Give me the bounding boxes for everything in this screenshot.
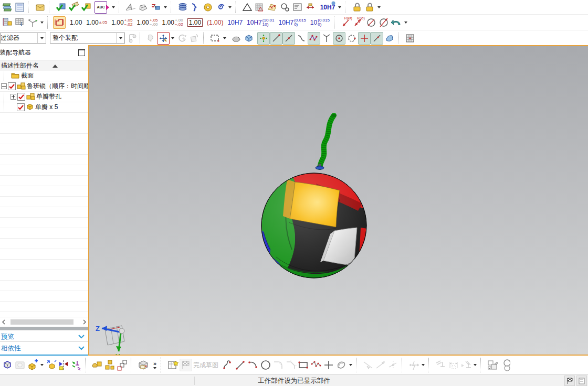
fit-dropdown-caret[interactable] bbox=[338, 6, 341, 8]
lock-icon[interactable] bbox=[351, 1, 363, 14]
snap-center-icon[interactable] bbox=[333, 32, 345, 45]
point-tool-icon[interactable] bbox=[322, 359, 335, 371]
arc-tool-icon[interactable] bbox=[247, 359, 259, 371]
add-component-icon[interactable] bbox=[26, 359, 39, 371]
tol-fit-button[interactable]: 10H7 bbox=[225, 16, 245, 29]
convert-reference-icon[interactable] bbox=[486, 359, 499, 371]
tree-row-subassembly[interactable]: 单瓣带孔 bbox=[0, 92, 88, 102]
lock-dropdown-caret[interactable] bbox=[377, 6, 381, 8]
sketch-dropdown-caret[interactable] bbox=[164, 6, 167, 8]
profile-tool-icon[interactable] bbox=[222, 359, 234, 371]
slanted-text-icon[interactable] bbox=[124, 1, 137, 14]
tol-reference-button[interactable]: (1.00) bbox=[205, 16, 225, 29]
rapid-dimension-icon[interactable] bbox=[407, 359, 420, 371]
collapse-expander[interactable] bbox=[1, 83, 7, 89]
circle-tool-icon[interactable] bbox=[259, 359, 272, 371]
measure-icon[interactable] bbox=[304, 1, 317, 14]
snap-midpoint-icon[interactable] bbox=[282, 32, 295, 45]
expand-expander[interactable] bbox=[10, 94, 16, 100]
assembly-sequence-icon[interactable] bbox=[116, 359, 129, 371]
undo-icon[interactable] bbox=[390, 16, 403, 29]
scrollbar-thumb[interactable] bbox=[10, 319, 74, 325]
fillet-tool-icon[interactable] bbox=[272, 359, 285, 371]
find-component-icon[interactable] bbox=[1, 359, 14, 371]
tol-none-button[interactable]: 1.00 bbox=[68, 16, 84, 29]
dependencies-section-header[interactable]: 相依性 bbox=[0, 341, 88, 356]
layers-icon[interactable] bbox=[1, 1, 14, 14]
constrain-caret[interactable] bbox=[474, 364, 477, 366]
tol-fit-dev-button[interactable]: 10H7(0.0150) bbox=[276, 16, 308, 29]
tree-row-section[interactable]: 截面 bbox=[0, 71, 88, 81]
interpart-select-icon[interactable] bbox=[126, 32, 139, 45]
snap-face-icon[interactable] bbox=[383, 32, 396, 45]
grid-table-icon[interactable] bbox=[404, 32, 416, 45]
tol-fit-limits-button[interactable]: 10H7(10.0110) bbox=[245, 16, 276, 29]
snap-intersection-icon[interactable] bbox=[358, 32, 371, 45]
move-dropdown-caret[interactable] bbox=[171, 37, 174, 39]
geometric-constraints-icon[interactable] bbox=[434, 359, 447, 371]
tol-basic-button[interactable]: 1.00 bbox=[185, 16, 205, 29]
rope[interactable] bbox=[320, 114, 337, 167]
new-sketch-icon[interactable] bbox=[167, 359, 180, 371]
snap-quadrant-icon[interactable] bbox=[345, 32, 358, 45]
navigator-column-header[interactable]: 描述性部件名 bbox=[0, 60, 88, 72]
line-tool-icon[interactable] bbox=[234, 359, 247, 371]
offset-caret[interactable] bbox=[349, 364, 352, 366]
snap-pole-icon[interactable] bbox=[308, 32, 320, 45]
snap-axis-icon[interactable] bbox=[320, 32, 333, 45]
dimension-caret[interactable] bbox=[422, 364, 425, 366]
radius-callout-icon[interactable]: R(Ø) bbox=[340, 16, 352, 29]
selection-filter-dropdown[interactable]: 过滤器 bbox=[0, 33, 46, 44]
check-extrude-icon[interactable] bbox=[55, 1, 67, 14]
spring-icon[interactable] bbox=[189, 1, 202, 14]
move-component-icon[interactable] bbox=[157, 32, 170, 45]
checkbox-checked[interactable] bbox=[17, 93, 25, 101]
luban-lock-ball[interactable] bbox=[250, 156, 377, 279]
scroll-right-arrow[interactable] bbox=[81, 318, 88, 326]
navigator-hscrollbar[interactable] bbox=[0, 317, 88, 327]
check-sweep-icon[interactable] bbox=[67, 1, 80, 14]
rectangle-tool-icon[interactable] bbox=[297, 359, 310, 371]
tol-lower-button[interactable]: 1.00+.00−.02 bbox=[160, 16, 185, 29]
spiral-icon[interactable] bbox=[214, 1, 227, 14]
rectangle-select-icon[interactable] bbox=[209, 32, 222, 45]
wrench-component-icon[interactable] bbox=[91, 359, 103, 371]
annotation-icon[interactable] bbox=[291, 1, 304, 14]
clipboard-mini-icon[interactable] bbox=[576, 376, 587, 386]
show-constraints-icon[interactable] bbox=[188, 32, 201, 45]
triangle-icon[interactable] bbox=[241, 1, 254, 14]
shaded-display-icon[interactable] bbox=[230, 32, 243, 45]
checkbox-checked[interactable] bbox=[17, 103, 25, 111]
checkbox-checked[interactable] bbox=[8, 82, 16, 90]
fit-tolerance-dropdown[interactable]: 10H7 bbox=[319, 1, 337, 14]
snap-endpoint-icon[interactable] bbox=[270, 32, 282, 45]
studio-spline-icon[interactable] bbox=[310, 359, 322, 371]
tol-upper-button[interactable]: 1.00+.05−.00 bbox=[134, 16, 160, 29]
exploded-view-icon[interactable] bbox=[103, 359, 116, 371]
selection-scope-dropdown[interactable]: 整个装配 bbox=[50, 33, 125, 44]
alternate-solution-icon[interactable] bbox=[499, 359, 511, 371]
tol-symmetric-button[interactable]: 1.00±.05 bbox=[84, 16, 109, 29]
snap-point-icon[interactable] bbox=[257, 32, 270, 45]
text-abc-icon[interactable]: ABC bbox=[94, 1, 107, 14]
move-component2-icon[interactable] bbox=[45, 359, 58, 371]
part-list-icon[interactable] bbox=[1, 16, 14, 29]
snap-point-on-curve-icon[interactable] bbox=[371, 32, 383, 45]
auto-dimension-icon[interactable] bbox=[447, 359, 459, 371]
radius-callout-alt-icon[interactable]: R(Ø) bbox=[352, 16, 365, 29]
circles-icon[interactable] bbox=[279, 1, 291, 14]
make-corner-icon[interactable] bbox=[387, 359, 400, 371]
undo-dropdown-caret[interactable] bbox=[404, 22, 407, 24]
csys-dropdown-caret[interactable] bbox=[40, 22, 44, 24]
lock-alt-icon[interactable] bbox=[363, 1, 376, 14]
assembly-constraints-icon[interactable] bbox=[70, 359, 83, 371]
chamfer-tool-icon[interactable] bbox=[285, 359, 297, 371]
wave-geometry-icon[interactable] bbox=[136, 359, 149, 371]
open-component-icon[interactable] bbox=[14, 359, 26, 371]
spring-dropdown-caret[interactable] bbox=[228, 6, 232, 8]
datasheet-icon[interactable] bbox=[14, 1, 26, 14]
rotate-view-icon[interactable] bbox=[176, 32, 188, 45]
finish-flag-mini-icon[interactable] bbox=[564, 376, 575, 386]
scope-caret[interactable] bbox=[116, 33, 124, 43]
tol-bilateral-button[interactable]: 1.00+.05−.02 bbox=[109, 16, 134, 29]
